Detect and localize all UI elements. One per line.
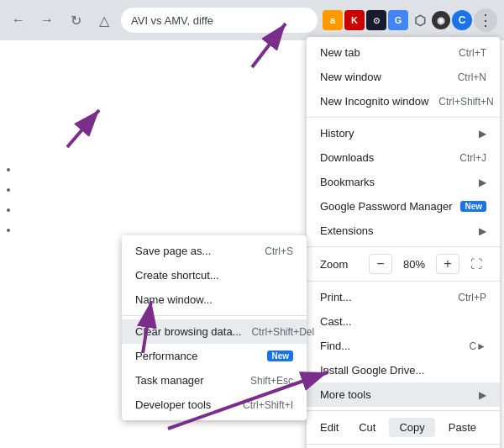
cut-button[interactable]: Cut — [349, 418, 386, 437]
ext-circle[interactable]: ◉ — [432, 11, 450, 29]
more-tools-submenu: Save page as... Ctrl+S Create shortcut..… — [122, 235, 307, 420]
menu-bookmarks[interactable]: Bookmarks ▶ — [307, 170, 500, 194]
divider-5 — [307, 444, 500, 445]
zoom-value: 80% — [399, 258, 429, 271]
submenu-save-page[interactable]: Save page as... Ctrl+S — [122, 239, 307, 263]
ext-k[interactable]: K — [344, 10, 365, 30]
profile-icon[interactable]: C — [452, 10, 472, 30]
submenu-clear-browsing[interactable]: Clear browsing data... Ctrl+Shift+Del — [122, 319, 307, 344]
vertical-dots-left — [7, 168, 10, 232]
ext-amazon[interactable]: a — [323, 10, 343, 30]
submenu-performance[interactable]: Performance New — [122, 344, 307, 368]
menu-print[interactable]: Print... Ctrl+P — [307, 285, 500, 309]
zoom-in-button[interactable]: + — [436, 254, 459, 274]
ext-puzzle[interactable]: ⬡ — [410, 10, 430, 30]
divider-4 — [307, 410, 500, 411]
zoom-row: Zoom − 80% + ⛶ — [307, 250, 500, 277]
submenu-create-shortcut[interactable]: Create shortcut... — [122, 263, 307, 287]
address-bar[interactable]: AVI vs AMV, diffe — [121, 8, 318, 33]
menu-downloads[interactable]: Downloads Ctrl+J — [307, 145, 500, 170]
page-title: AVI vs AMV, diffe — [131, 14, 213, 27]
edit-row: Edit Cut Copy Paste — [307, 414, 500, 440]
submenu-task-manager[interactable]: Task manager Shift+Esc — [122, 368, 307, 393]
back-button[interactable]: ← — [7, 8, 30, 32]
submenu-divider-1 — [122, 315, 307, 316]
divider-2 — [307, 246, 500, 247]
ext-g[interactable]: G — [388, 10, 408, 30]
menu-new-window[interactable]: New window Ctrl+N — [307, 65, 500, 89]
ext-perplexity[interactable]: ⊙ — [366, 10, 386, 30]
menu-history[interactable]: History ▶ — [307, 121, 500, 145]
divider-1 — [307, 117, 500, 118]
menu-new-incognito[interactable]: New Incognito window Ctrl+Shift+N — [307, 89, 500, 113]
submenu-name-window[interactable]: Name window... — [122, 287, 307, 312]
menu-more-tools[interactable]: More tools ▶ — [307, 382, 500, 407]
paste-button[interactable]: Paste — [438, 418, 486, 437]
zoom-out-button[interactable]: − — [369, 254, 392, 274]
reload-button[interactable]: ↻ — [64, 8, 87, 32]
menu-extensions[interactable]: Extensions ▶ — [307, 219, 500, 243]
browser-chrome: ← → ↻ △ AVI vs AMV, diffe a K ⊙ G ⬡ ◉ C … — [0, 0, 504, 40]
menu-install-drive[interactable]: Install Google Drive... — [307, 358, 500, 382]
forward-button[interactable]: → — [35, 8, 59, 32]
menu-new-tab[interactable]: New tab Ctrl+T — [307, 40, 500, 65]
chrome-menu: New tab Ctrl+T New window Ctrl+N New Inc… — [307, 37, 500, 448]
chrome-menu-button[interactable]: ⋮ — [474, 8, 497, 32]
copy-button[interactable]: Copy — [389, 418, 434, 437]
menu-find[interactable]: Find... C► — [307, 334, 500, 358]
divider-3 — [307, 281, 500, 282]
menu-cast[interactable]: Cast... — [307, 309, 500, 334]
fullscreen-button[interactable]: ⛶ — [466, 254, 486, 274]
toolbar-icons: a K ⊙ G ⬡ ◉ C ⋮ — [323, 8, 497, 32]
submenu-dev-tools[interactable]: Developer tools Ctrl+Shift+I — [122, 393, 307, 417]
home-button[interactable]: △ — [92, 8, 116, 32]
menu-password-manager[interactable]: Google Password Manager New — [307, 194, 500, 219]
